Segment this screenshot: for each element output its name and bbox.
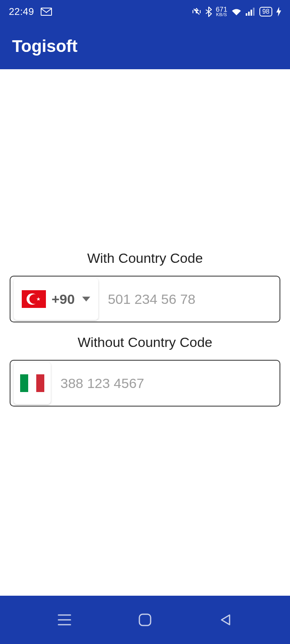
flag-turkey-icon: ★	[22, 290, 46, 308]
status-time: 22:49	[9, 6, 34, 17]
phone-field-without-code	[10, 360, 280, 407]
status-bar: 22:49 671 KB/S	[0, 0, 290, 23]
label-without-country-code: Without Country Code	[10, 334, 280, 350]
app-title: Togisoft	[12, 37, 78, 56]
status-bar-right: 671 KB/S 98	[192, 6, 281, 17]
nav-recent-button[interactable]	[55, 611, 74, 629]
wifi-icon	[231, 7, 242, 16]
nav-home-button[interactable]	[136, 611, 154, 629]
phone-input-with-code[interactable]	[104, 291, 280, 307]
svg-rect-4	[253, 8, 255, 16]
vibrate-off-icon	[192, 7, 201, 17]
svg-rect-1	[246, 13, 247, 16]
network-speed-indicator: 671 KB/S	[216, 6, 227, 17]
svg-rect-0	[41, 8, 52, 15]
charging-icon	[276, 7, 281, 17]
network-speed-unit: KB/S	[216, 13, 227, 17]
svg-rect-2	[248, 12, 250, 16]
chevron-down-icon	[82, 297, 90, 301]
phone-input-without-code[interactable]	[56, 376, 280, 391]
flag-italy-icon	[20, 374, 44, 392]
dial-code: +90	[52, 291, 75, 307]
navigation-bar	[0, 596, 290, 644]
svg-rect-8	[139, 614, 151, 625]
svg-rect-3	[251, 10, 252, 16]
battery-indicator: 98	[259, 7, 272, 17]
status-bar-left: 22:49	[9, 6, 52, 17]
phone-field-with-code: ★ +90	[10, 276, 280, 322]
label-with-country-code: With Country Code	[10, 250, 280, 266]
main-content: With Country Code ★ +90 Without Country …	[0, 250, 290, 407]
app-bar: Togisoft	[0, 23, 290, 69]
bluetooth-icon	[205, 6, 212, 17]
signal-icon	[246, 8, 255, 16]
country-selector[interactable]: ★ +90	[14, 278, 98, 320]
nav-back-button[interactable]	[216, 611, 235, 629]
gmail-icon	[41, 7, 52, 16]
country-selector-no-code[interactable]	[14, 362, 51, 404]
